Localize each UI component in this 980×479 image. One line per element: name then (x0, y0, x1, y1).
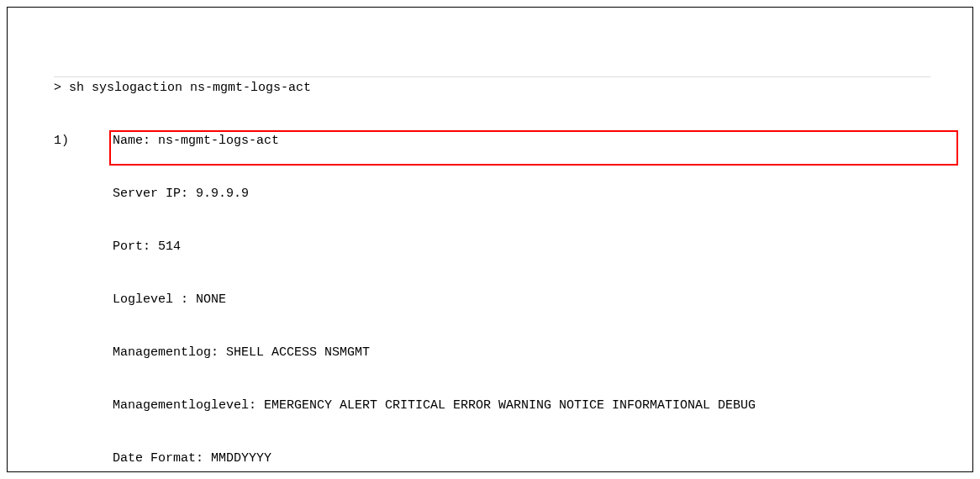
output-managementloglevel: Managementloglevel: EMERGENCY ALERT CRIT… (54, 397, 930, 414)
output-managementlog: Managementlog: SHELL ACCESS NSMGMT (54, 344, 930, 361)
output-port: Port: 514 (54, 238, 930, 255)
command-line: > sh syslogaction ns-mgmt-logs-act (54, 76, 930, 97)
prompt-symbol: > (54, 81, 69, 95)
result-index: 1) (54, 132, 113, 150)
output-date-format: Date Format: MMDDYYYY (54, 450, 930, 467)
output-name: Name: ns-mgmt-logs-act (113, 132, 279, 150)
output-loglevel: Loglevel : NONE (54, 291, 930, 308)
terminal-frame: > sh syslogaction ns-mgmt-logs-act 1)Nam… (7, 7, 973, 472)
result-first-line: 1)Name: ns-mgmt-logs-act (54, 132, 930, 150)
command-text: sh syslogaction ns-mgmt-logs-act (69, 81, 311, 95)
terminal-output: > sh syslogaction ns-mgmt-logs-act 1)Nam… (54, 41, 930, 479)
output-server-ip: Server IP: 9.9.9.9 (54, 185, 930, 203)
